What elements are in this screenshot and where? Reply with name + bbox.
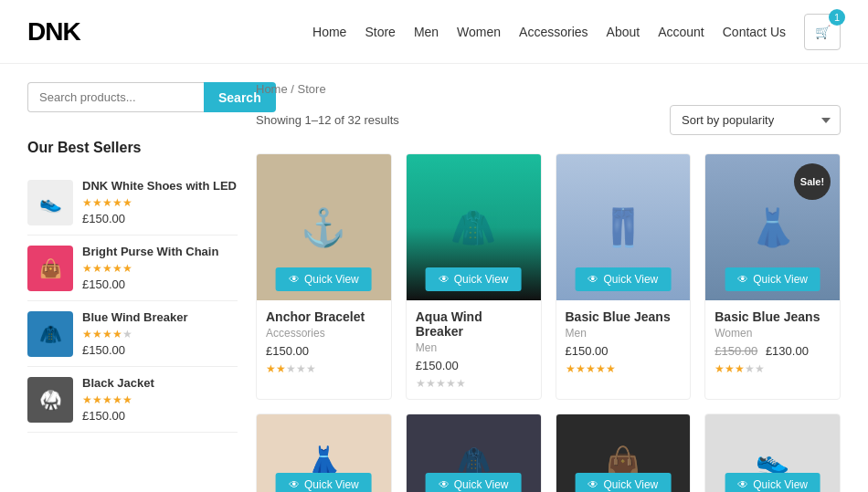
eye-icon: 👁 xyxy=(289,273,300,286)
product-old-price: £150.00 xyxy=(715,344,757,358)
seller-info: Black Jacket ★★★★★ £150.00 xyxy=(82,376,238,423)
seller-price: £150.00 xyxy=(82,277,238,291)
main-layout: Search Our Best Sellers 👟 DNK White Shoe… xyxy=(0,64,868,492)
seller-item: 👟 DNK White Shoes with LED ★★★★★ £150.00 xyxy=(27,170,238,236)
product-price: £150.00 xyxy=(566,344,682,358)
seller-price: £150.00 xyxy=(82,343,238,357)
quick-view-button[interactable]: 👁 Quick View xyxy=(725,267,820,291)
main-nav: Home Store Men Women Accessories About A… xyxy=(312,14,841,50)
product-card: 👗 👁 Quick View xyxy=(256,413,392,492)
product-name: Anchor Bracelet xyxy=(266,309,382,324)
seller-stars: ★★★★★ xyxy=(82,262,238,275)
quick-view-label: Quick View xyxy=(304,478,359,491)
quick-view-label: Quick View xyxy=(603,273,658,286)
product-price: £150.00 £130.00 xyxy=(715,344,831,358)
nav-store[interactable]: Store xyxy=(365,25,395,39)
eye-icon: 👁 xyxy=(439,273,450,286)
product-image-wrap: 👖 👁 Quick View xyxy=(556,154,691,300)
seller-name: Black Jacket xyxy=(82,376,238,390)
quick-view-label: Quick View xyxy=(454,273,509,286)
seller-thumb: 🥋 xyxy=(27,377,73,423)
product-card: 👟 👁 Quick View xyxy=(704,413,841,492)
seller-stars: ★★★★★ xyxy=(82,328,238,340)
seller-name: Blue Wind Breaker xyxy=(82,310,238,324)
nav-home[interactable]: Home xyxy=(312,25,346,39)
seller-name: Bright Purse With Chain xyxy=(82,245,238,258)
seller-image: 🥋 xyxy=(27,377,73,423)
product-category: Men xyxy=(416,341,532,354)
seller-name: DNK White Shoes with LED xyxy=(82,179,238,193)
seller-item: 🧥 Blue Wind Breaker ★★★★★ £150.00 xyxy=(27,301,238,367)
eye-icon: 👁 xyxy=(587,478,598,491)
seller-thumb: 🧥 xyxy=(27,311,73,357)
breadcrumb: Home / Store xyxy=(256,82,841,96)
product-card: 👖 👁 Quick View Basic Blue Jeans Men £150… xyxy=(556,153,692,400)
quick-view-button[interactable]: 👁 Quick View xyxy=(575,267,671,291)
eye-icon: 👁 xyxy=(439,478,450,491)
product-category: Accessories xyxy=(266,327,382,340)
quick-view-button[interactable]: 👁 Quick View xyxy=(276,473,372,492)
logo: DNK xyxy=(27,17,80,47)
breadcrumb-home[interactable]: Home xyxy=(256,82,288,96)
product-card: 🧥 👁 Quick View Aqua Wind Breaker Men £15… xyxy=(406,153,542,400)
nav-accessories[interactable]: Accessories xyxy=(519,25,587,39)
seller-stars: ★★★★★ xyxy=(82,196,238,209)
eye-icon: 👁 xyxy=(737,478,748,491)
quick-view-button[interactable]: 👁 Quick View xyxy=(575,473,671,492)
eye-icon: 👁 xyxy=(737,273,748,286)
product-new-price: £130.00 xyxy=(766,344,809,358)
nav-account[interactable]: Account xyxy=(658,25,704,39)
product-category: Women xyxy=(715,327,831,340)
eye-icon: 👁 xyxy=(587,273,598,286)
search-input[interactable] xyxy=(27,82,204,112)
product-image-wrap: 👟 👁 Quick View xyxy=(705,414,840,492)
nav-men[interactable]: Men xyxy=(414,25,439,39)
seller-info: DNK White Shoes with LED ★★★★★ £150.00 xyxy=(82,179,238,225)
seller-price: £150.00 xyxy=(82,409,238,423)
content-area: Home / Store Showing 1–12 of 32 results … xyxy=(256,82,841,492)
product-image-wrap: 👜 👁 Quick View xyxy=(556,414,691,492)
product-image-wrap: 👗 👁 Quick View xyxy=(257,414,391,492)
cart-badge: 1 xyxy=(829,9,845,26)
seller-info: Bright Purse With Chain ★★★★★ £150.00 xyxy=(82,245,238,291)
product-price: £150.00 xyxy=(266,344,382,358)
nav-about[interactable]: About xyxy=(607,25,640,39)
product-image-wrap: Sale! 👗 👁 Quick View xyxy=(705,154,840,300)
results-count: Showing 1–12 of 32 results xyxy=(256,113,399,127)
results-bar: Showing 1–12 of 32 results Sort by popul… xyxy=(256,105,841,135)
product-image-wrap: 🧥 👁 Quick View xyxy=(407,414,541,492)
seller-image: 👜 xyxy=(27,246,73,291)
seller-item: 🥋 Black Jacket ★★★★★ £150.00 xyxy=(27,367,238,433)
product-category: Men xyxy=(566,327,682,340)
cart-icon: 🛒 xyxy=(815,25,831,39)
product-info: Basic Blue Jeans Women £150.00 £130.00 ★… xyxy=(705,300,840,384)
seller-info: Blue Wind Breaker ★★★★★ £150.00 xyxy=(82,310,238,357)
product-name: Basic Blue Jeans xyxy=(566,309,682,324)
quick-view-label: Quick View xyxy=(753,478,808,491)
eye-icon: 👁 xyxy=(289,478,300,491)
product-stars: ★★★★★ xyxy=(416,377,532,390)
cart-button[interactable]: 🛒 1 xyxy=(804,14,841,50)
product-name: Aqua Wind Breaker xyxy=(416,309,532,339)
product-image-wrap: 🧥 👁 Quick View xyxy=(407,154,541,300)
seller-thumb: 👟 xyxy=(27,180,73,225)
breadcrumb-separator: / xyxy=(291,82,297,96)
quick-view-button[interactable]: 👁 Quick View xyxy=(725,473,820,492)
quick-view-label: Quick View xyxy=(753,273,808,286)
best-sellers-title: Our Best Sellers xyxy=(27,140,238,156)
nav-women[interactable]: Women xyxy=(457,25,501,39)
quick-view-button[interactable]: 👁 Quick View xyxy=(426,267,522,291)
quick-view-button[interactable]: 👁 Quick View xyxy=(276,267,372,291)
sort-select[interactable]: Sort by popularity Sort by latest Sort b… xyxy=(670,105,841,135)
product-stars: ★★★★★ xyxy=(266,362,382,375)
quick-view-button[interactable]: 👁 Quick View xyxy=(426,473,522,492)
product-card: 🧥 👁 Quick View xyxy=(406,413,542,492)
quick-view-label: Quick View xyxy=(304,273,359,286)
product-price: £150.00 xyxy=(416,359,532,372)
product-grid: ⚓ 👁 Quick View Anchor Bracelet Accessori… xyxy=(256,153,841,492)
quick-view-label: Quick View xyxy=(454,478,509,491)
product-info: Aqua Wind Breaker Men £150.00 ★★★★★ xyxy=(407,300,541,399)
seller-stars: ★★★★★ xyxy=(82,393,238,406)
nav-contact[interactable]: Contact Us xyxy=(723,25,786,39)
product-card: ⚓ 👁 Quick View Anchor Bracelet Accessori… xyxy=(256,153,392,400)
